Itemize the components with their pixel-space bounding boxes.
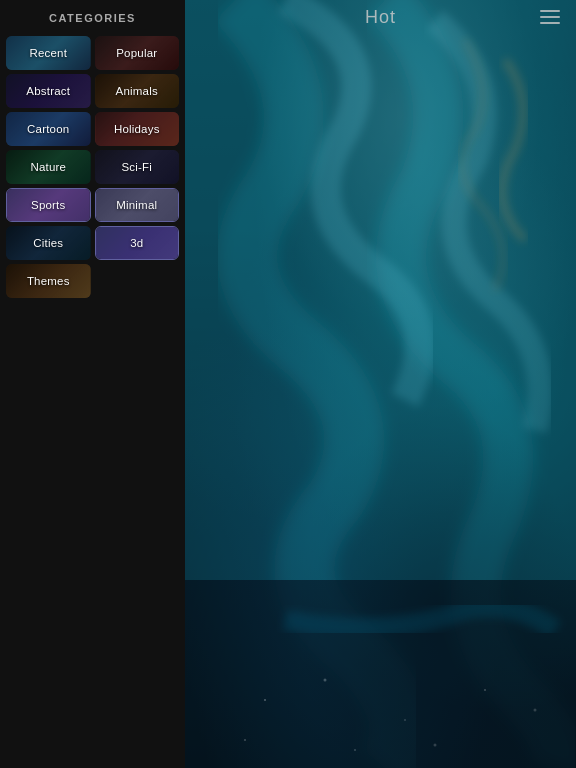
menu-line-2 bbox=[540, 16, 560, 18]
abstract-label: Abstract bbox=[26, 85, 70, 97]
sidebar-item-abstract[interactable]: Abstract bbox=[6, 74, 91, 108]
sidebar-item-sports[interactable]: Sports bbox=[6, 188, 91, 222]
menu-line-1 bbox=[540, 10, 560, 12]
svg-point-7 bbox=[244, 739, 246, 741]
themes-label: Themes bbox=[27, 275, 70, 287]
sidebar-item-3d[interactable]: 3d bbox=[95, 226, 180, 260]
minimal-label: Minimal bbox=[116, 199, 157, 211]
menu-button[interactable] bbox=[540, 10, 560, 24]
sidebar: CATEGORIES Recent Popular Abstract Anima… bbox=[0, 0, 185, 768]
svg-point-3 bbox=[324, 679, 327, 682]
ocean-swirl bbox=[185, 0, 576, 768]
sidebar-item-minimal[interactable]: Minimal bbox=[95, 188, 180, 222]
category-grid: Recent Popular Abstract Animals Cartoon bbox=[0, 32, 185, 302]
animals-label: Animals bbox=[116, 85, 158, 97]
sports-label: Sports bbox=[31, 199, 65, 211]
page-title: Hot bbox=[365, 7, 396, 28]
svg-point-4 bbox=[404, 719, 406, 721]
sidebar-item-animals[interactable]: Animals bbox=[95, 74, 180, 108]
cartoon-label: Cartoon bbox=[27, 123, 69, 135]
sidebar-item-nature[interactable]: Nature bbox=[6, 150, 91, 184]
main-content: Hot bbox=[185, 0, 576, 768]
svg-point-6 bbox=[534, 709, 537, 712]
3d-label: 3d bbox=[130, 237, 143, 249]
sidebar-item-scifi[interactable]: Sci-Fi bbox=[95, 150, 180, 184]
scifi-label: Sci-Fi bbox=[121, 161, 152, 173]
recent-label: Recent bbox=[29, 47, 67, 59]
svg-point-5 bbox=[484, 689, 486, 691]
svg-point-9 bbox=[434, 744, 437, 747]
popular-label: Popular bbox=[116, 47, 157, 59]
header: Hot bbox=[185, 0, 576, 34]
sidebar-item-cartoon[interactable]: Cartoon bbox=[6, 112, 91, 146]
svg-point-8 bbox=[354, 749, 356, 751]
sidebar-item-holidays[interactable]: Holidays bbox=[95, 112, 180, 146]
svg-point-2 bbox=[264, 699, 266, 701]
sidebar-item-popular[interactable]: Popular bbox=[95, 36, 180, 70]
nature-label: Nature bbox=[30, 161, 66, 173]
menu-line-3 bbox=[540, 22, 560, 24]
holidays-label: Holidays bbox=[114, 123, 160, 135]
cities-label: Cities bbox=[33, 237, 63, 249]
sidebar-item-themes[interactable]: Themes bbox=[6, 264, 91, 298]
sidebar-item-recent[interactable]: Recent bbox=[6, 36, 91, 70]
sidebar-item-cities[interactable]: Cities bbox=[6, 226, 91, 260]
sidebar-title: CATEGORIES bbox=[49, 0, 136, 32]
